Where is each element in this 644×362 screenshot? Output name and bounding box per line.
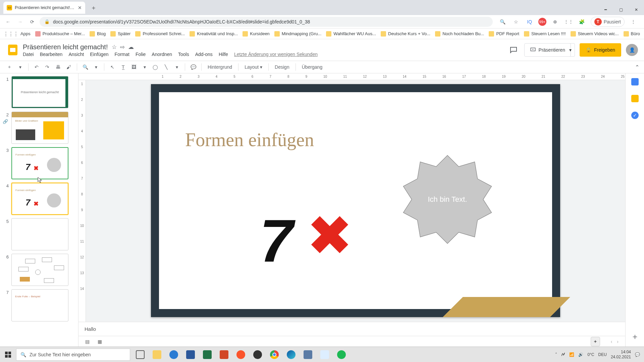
brave-icon[interactable] — [233, 348, 249, 361]
bookmark-item[interactable]: Kreativität und Insp... — [190, 31, 238, 37]
slide-thumbnail[interactable]: Präsentieren leicht gemacht! — [11, 76, 68, 108]
minimize-button[interactable]: ━ — [598, 4, 613, 15]
line-dropdown[interactable]: ▾ — [172, 62, 181, 72]
excel-icon[interactable] — [199, 348, 215, 361]
menu-addons[interactable]: Add-ons — [195, 52, 213, 57]
tray-clock[interactable]: 14:04 24.02.2021 — [611, 350, 631, 359]
line-tool[interactable]: ╲ — [161, 62, 171, 72]
new-slide-button[interactable]: ＋ — [5, 62, 14, 72]
bookmark-item[interactable]: PDF Report — [489, 31, 519, 37]
edge-icon[interactable] — [283, 348, 299, 361]
new-tab-button[interactable]: ＋ — [88, 4, 99, 12]
comments-button[interactable] — [507, 44, 520, 56]
red-cross-shape[interactable] — [313, 218, 346, 251]
new-slide-dropdown[interactable]: ▾ — [15, 62, 25, 72]
menu-edit[interactable]: Bearbeiten — [40, 52, 63, 57]
print-button[interactable]: 🖶 — [53, 62, 63, 72]
slide-title-text[interactable]: Formen einfügen — [185, 129, 314, 150]
extensions-puzzle-icon[interactable]: 🧩 — [577, 17, 587, 26]
present-button[interactable]: Präsentieren — [524, 43, 571, 57]
design-button[interactable]: Design — [272, 64, 292, 70]
zoom-icon[interactable]: 🔍 — [498, 17, 507, 26]
tray-wifi-icon[interactable]: 📶 — [569, 352, 574, 357]
redo-button[interactable]: ↷ — [43, 62, 52, 72]
chrome-icon[interactable] — [266, 348, 282, 361]
grid-view-icon[interactable]: ▦ — [98, 339, 102, 344]
extension-badge-icon[interactable]: 99+ — [538, 18, 546, 26]
keep-icon[interactable] — [631, 95, 639, 102]
tray-volume-icon[interactable]: 🔊 — [578, 352, 583, 357]
slide-stage[interactable]: Formen einfügen 7 Ich bin Text. — [86, 80, 625, 322]
slide-thumbnail-selected[interactable]: Formen einfügen7✖ — [11, 183, 68, 215]
taskbar-search[interactable]: 🔍 Zur Suche Text hier eingeben — [16, 349, 130, 361]
chevron-right-icon[interactable]: › — [617, 339, 619, 344]
bookmark-item[interactable]: Produktsuche – Mer... — [35, 31, 85, 37]
undo-button[interactable]: ↶ — [32, 62, 41, 72]
bookmark-item[interactable]: Deutsche Kurs + Vo... — [381, 31, 430, 37]
maximize-button[interactable]: ▢ — [613, 4, 629, 15]
ruler-vertical[interactable]: 1234567891011121314 — [78, 80, 86, 322]
menu-file[interactable]: Datei — [23, 52, 34, 57]
comment-tool[interactable]: 💬 — [189, 62, 198, 72]
tray-chevron-icon[interactable]: ˄ — [555, 352, 557, 357]
edge-legacy-icon[interactable] — [166, 348, 182, 361]
bookmark-item[interactable]: Mindmapping (Gru... — [274, 31, 322, 37]
menu-format[interactable]: Format — [115, 52, 129, 57]
star-icon[interactable]: ☆ — [112, 44, 117, 51]
extension-globe-icon[interactable]: ⊕ — [550, 17, 560, 26]
reload-button[interactable]: ⟳ — [28, 17, 37, 26]
share-button[interactable]: 🔒 Freigeben — [580, 43, 621, 57]
spotify-icon[interactable] — [333, 348, 350, 361]
zoom-dropdown[interactable]: ▾ — [91, 62, 101, 72]
layout-button[interactable]: Layout ▾ — [242, 64, 265, 70]
close-tab-icon[interactable]: ✕ — [78, 5, 82, 10]
filmstrip-view-icon[interactable]: ▤ — [85, 339, 90, 344]
slide-thumbnail[interactable] — [11, 254, 68, 286]
image-tool[interactable]: 🖼 — [129, 62, 139, 72]
tray-temp[interactable]: 0°C — [587, 352, 594, 357]
obs-icon[interactable] — [250, 348, 266, 361]
bookmark-item[interactable]: Wahlfächer WU Aus... — [326, 31, 376, 37]
add-addon-icon[interactable]: ＋ — [631, 331, 639, 342]
document-title[interactable]: Präsentieren leicht gemacht! — [23, 43, 108, 51]
tray-power-icon[interactable]: 🗲 — [561, 352, 565, 357]
chevron-left-icon[interactable]: ‹ — [611, 339, 612, 344]
slide-thumbnail[interactable]: Bilder und Grafiken — [11, 112, 68, 144]
explore-button[interactable]: ✦ — [591, 337, 600, 346]
collapse-toolbar-icon[interactable]: ⌃ — [635, 64, 639, 70]
extension-dots-icon[interactable]: ⋮⋮ — [564, 17, 573, 26]
bookmark-item[interactable]: Steuern Videos wic... — [571, 31, 619, 37]
word-icon[interactable] — [182, 348, 199, 361]
image-dropdown[interactable]: ▾ — [140, 62, 149, 72]
bookmark-item[interactable]: Kursideen — [243, 31, 270, 37]
bookmark-item[interactable]: Noch hochladen Bu... — [435, 31, 484, 37]
menu-view[interactable]: Ansicht — [68, 52, 84, 57]
slides-logo-icon[interactable] — [6, 43, 19, 57]
menu-arrange[interactable]: Anordnen — [152, 52, 172, 57]
chrome-menu-icon[interactable]: ⋮ — [629, 17, 638, 26]
slide-canvas[interactable]: Formen einfügen 7 Ich bin Text. — [151, 84, 560, 317]
slides-panel[interactable]: 1 Präsentieren leicht gemacht! 2🔗 Bilder… — [0, 73, 78, 347]
bookmark-item[interactable]: Steuern Lesen !!!! — [524, 31, 566, 37]
calendar-icon[interactable] — [631, 78, 639, 85]
forward-button[interactable]: → — [15, 17, 25, 26]
slide-thumbnail[interactable]: Erste Folie – Beispiel — [11, 289, 68, 321]
extension-io-icon[interactable]: IQ — [525, 17, 534, 26]
start-button[interactable] — [0, 347, 16, 362]
menu-insert[interactable]: Einfügen — [90, 52, 108, 57]
move-icon[interactable]: ⇨ — [120, 44, 125, 51]
cloud-saved-icon[interactable]: ☁ — [128, 44, 134, 51]
bookmark-item[interactable]: Büro — [624, 31, 640, 37]
slide-thumbnail[interactable]: Formen einfügen7✖ — [11, 147, 68, 179]
profile-chip[interactable]: T Pausiert — [591, 17, 625, 27]
background-button[interactable]: Hintergrund — [205, 64, 235, 70]
task-view-icon[interactable] — [132, 348, 148, 361]
paint-format-button[interactable]: 🖌 — [64, 62, 73, 72]
bookmark-item[interactable]: Professionell Schrei... — [135, 31, 185, 37]
ruler-horizontal[interactable]: 1234567891011121314151617181920212223242… — [78, 73, 625, 80]
browser-tab[interactable]: ▭ Präsentieren leicht gemacht! - G ✕ — [3, 2, 85, 14]
shape-tool[interactable]: ◯ — [151, 62, 160, 72]
zoom-button[interactable]: 🔍 — [80, 62, 90, 72]
back-button[interactable]: ← — [3, 17, 13, 26]
tasks-icon[interactable]: ✓ — [631, 112, 639, 119]
